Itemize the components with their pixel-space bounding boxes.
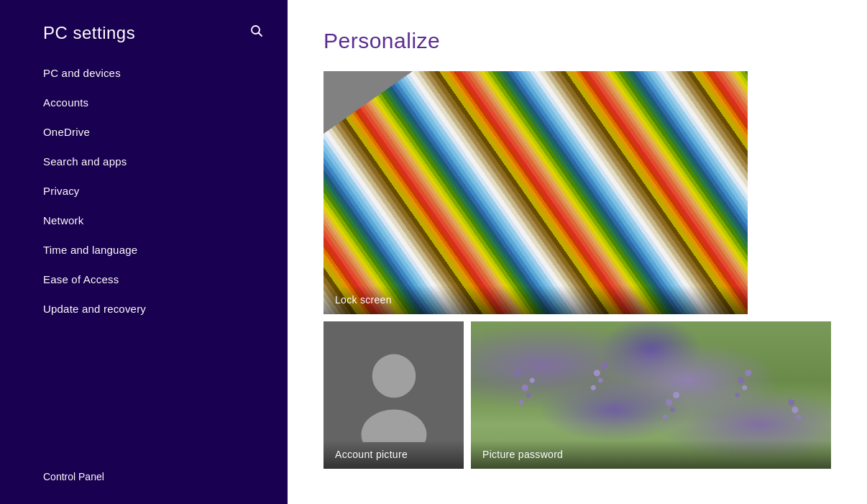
svg-point-3 bbox=[361, 409, 426, 442]
sidebar-item-ease-of-access[interactable]: Ease of Access bbox=[0, 265, 288, 294]
page-title: Personalize bbox=[324, 29, 831, 53]
search-icon bbox=[250, 24, 263, 37]
nav-list: PC and devices Accounts OneDrive Search … bbox=[0, 58, 288, 457]
account-picture-tile[interactable]: Account picture bbox=[324, 321, 464, 469]
person-icon bbox=[354, 349, 434, 442]
picture-password-tile[interactable]: Picture password bbox=[471, 321, 831, 469]
sidebar-item-search-and-apps[interactable]: Search and apps bbox=[0, 147, 288, 176]
sidebar-item-update-and-recovery[interactable]: Update and recovery bbox=[0, 294, 288, 324]
account-picture-label: Account picture bbox=[324, 440, 464, 469]
sidebar: PC settings PC and devices Accounts OneD… bbox=[0, 0, 288, 504]
lock-screen-tile[interactable]: Lock screen bbox=[324, 71, 748, 314]
sidebar-item-network[interactable]: Network bbox=[0, 206, 288, 235]
svg-line-1 bbox=[259, 33, 262, 37]
lock-screen-label: Lock screen bbox=[324, 285, 748, 314]
sidebar-item-time-and-language[interactable]: Time and language bbox=[0, 235, 288, 265]
control-panel-link[interactable]: Control Panel bbox=[0, 457, 288, 504]
main-content: Personalize Lock screen Account picture bbox=[288, 0, 867, 504]
sidebar-item-privacy[interactable]: Privacy bbox=[0, 176, 288, 206]
search-button[interactable] bbox=[247, 22, 266, 44]
tiles-container: Lock screen Account picture Picture pass… bbox=[324, 71, 831, 469]
sidebar-header: PC settings bbox=[0, 0, 288, 58]
lock-screen-image bbox=[324, 71, 748, 314]
sidebar-item-onedrive[interactable]: OneDrive bbox=[0, 117, 288, 147]
sidebar-item-pc-and-devices[interactable]: PC and devices bbox=[0, 58, 288, 88]
sidebar-item-accounts[interactable]: Accounts bbox=[0, 88, 288, 117]
picture-password-label: Picture password bbox=[471, 440, 831, 469]
bottom-tiles-row: Account picture Picture password bbox=[324, 321, 831, 469]
app-title: PC settings bbox=[43, 23, 135, 43]
svg-point-2 bbox=[372, 354, 416, 398]
